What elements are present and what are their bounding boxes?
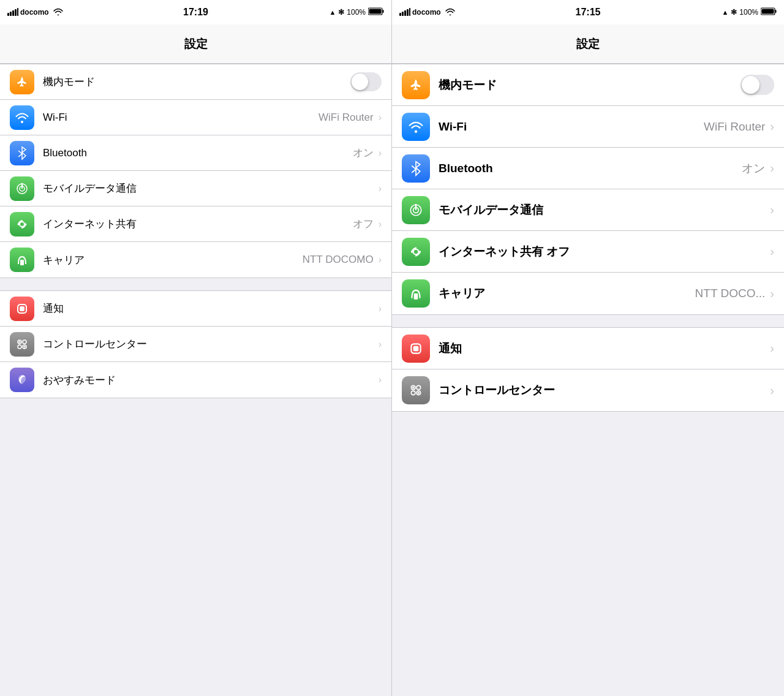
left-wifi-row[interactable]: Wi-Fi WiFi Router ›: [0, 100, 391, 135]
right-control-row[interactable]: コントロールセンター ›: [392, 369, 784, 411]
hotspot-row-icon: [10, 212, 34, 236]
carrier-row-icon: [10, 248, 34, 272]
wifi-status-icon: [53, 8, 63, 17]
left-control-row[interactable]: コントロールセンター ›: [0, 327, 391, 362]
left-system-section: 通知 › コントロールセンター ›: [0, 290, 391, 398]
left-cellular-row[interactable]: モバイルデータ通信 ›: [0, 171, 391, 206]
left-cellular-label: モバイルデータ通信: [43, 181, 379, 195]
svg-rect-2: [12, 10, 14, 16]
svg-point-14: [18, 223, 20, 225]
left-nav-title: 設定: [184, 36, 208, 52]
right-system-section: 通知 › コントロールセンター ›: [392, 327, 784, 412]
left-airplane-row[interactable]: 機内モード: [0, 64, 391, 100]
right-airplane-row[interactable]: 機内モード: [392, 64, 784, 106]
svg-point-38: [413, 249, 419, 254]
left-status-right: ▲ ✻ 100%: [329, 7, 384, 17]
right-wifi-row[interactable]: Wi-Fi WiFi Router ›: [392, 106, 784, 148]
bluetooth-row-icon: [10, 141, 34, 165]
left-cellular-chevron: ›: [379, 183, 382, 194]
svg-point-33: [415, 130, 417, 132]
right-nav-bar: 設定: [392, 25, 784, 64]
svg-point-48: [412, 387, 414, 388]
right-notifications-row-icon: [402, 335, 430, 363]
svg-rect-32: [762, 9, 774, 14]
right-status-right: ▲ ✻ 100%: [722, 7, 777, 17]
svg-rect-43: [413, 346, 419, 351]
left-bluetooth-label: Bluetooth: [43, 147, 353, 159]
left-wifi-value: WiFi Router: [318, 112, 374, 124]
svg-rect-41: [414, 293, 418, 300]
right-notifications-chevron: ›: [770, 341, 774, 355]
right-bluetooth-row[interactable]: Bluetooth オン ›: [392, 148, 784, 189]
right-bluetooth-label: Bluetooth: [439, 162, 742, 175]
svg-point-39: [411, 251, 413, 252]
svg-rect-29: [409, 8, 410, 16]
svg-rect-7: [369, 9, 382, 14]
right-airplane-icon: [402, 71, 430, 99]
location-icon: ▲: [329, 9, 336, 16]
right-cellular-row[interactable]: モバイルデータ通信 ›: [392, 189, 784, 231]
svg-point-45: [417, 385, 421, 390]
right-hotspot-row[interactable]: インターネット共有 オフ ›: [392, 231, 784, 273]
svg-point-46: [411, 391, 415, 395]
right-bluetooth-chevron: ›: [770, 161, 774, 175]
svg-point-49: [418, 392, 420, 394]
right-carrier-chevron: ›: [770, 287, 774, 301]
dnd-row-icon: [10, 368, 34, 392]
svg-rect-4: [17, 8, 18, 16]
left-airplane-label: 機内モード: [43, 75, 350, 89]
right-carrier-row[interactable]: キャリア NTT DOCO... ›: [392, 273, 784, 314]
svg-point-23: [19, 341, 21, 342]
svg-rect-16: [20, 260, 24, 265]
cellular-row-icon: [10, 176, 34, 201]
left-nav-bar: 設定: [0, 25, 391, 64]
svg-rect-6: [383, 10, 384, 13]
right-wifi-row-icon: [402, 113, 430, 141]
svg-rect-31: [775, 10, 777, 13]
left-battery-percent: 100%: [347, 8, 366, 17]
left-wifi-chevron: ›: [379, 112, 382, 123]
right-toggle-knob: [742, 76, 760, 94]
svg-rect-25: [399, 13, 401, 16]
svg-point-20: [23, 340, 26, 344]
left-carrier-chevron: ›: [379, 254, 382, 265]
right-carrier-label: キャリア: [439, 286, 695, 301]
right-battery-percent: 100%: [739, 8, 758, 17]
svg-rect-3: [15, 9, 17, 16]
right-wifi-icon: [445, 8, 455, 17]
left-hotspot-chevron: ›: [379, 219, 382, 230]
toggle-knob: [352, 74, 368, 90]
left-control-chevron: ›: [379, 339, 382, 350]
left-notifications-row[interactable]: 通知 ›: [0, 291, 391, 327]
right-control-chevron: ›: [770, 384, 774, 398]
svg-point-13: [20, 222, 24, 227]
right-airplane-toggle[interactable]: [741, 75, 774, 95]
right-time: 17:15: [576, 7, 601, 18]
svg-rect-1: [10, 12, 12, 16]
left-hotspot-value: オフ: [353, 217, 374, 231]
right-carrier-value: NTT DOCO...: [695, 287, 766, 300]
right-network-section: 機内モード Wi-Fi WiFi Router ›: [392, 64, 784, 315]
svg-rect-0: [7, 13, 9, 16]
right-bluetooth-icon: ✻: [731, 8, 737, 17]
right-wifi-value: WiFi Router: [704, 120, 765, 134]
left-wifi-label: Wi-Fi: [43, 112, 318, 124]
right-notifications-label: 通知: [439, 341, 770, 357]
left-dnd-row[interactable]: おやすみモード ›: [0, 362, 391, 398]
svg-point-40: [419, 251, 421, 252]
notifications-row-icon: [10, 297, 34, 321]
right-hotspot-label: インターネット共有 オフ: [439, 244, 770, 260]
left-hotspot-row[interactable]: インターネット共有 オフ ›: [0, 206, 391, 242]
left-bluetooth-row[interactable]: Bluetooth オン ›: [0, 135, 391, 171]
svg-point-12: [21, 183, 23, 184]
right-carrier-name: docomo: [412, 8, 441, 17]
airplane-icon: [10, 70, 34, 94]
right-cellular-label: モバイルデータ通信: [439, 202, 770, 218]
right-wifi-label: Wi-Fi: [439, 120, 704, 134]
right-notifications-row[interactable]: 通知 ›: [392, 328, 784, 369]
right-control-row-icon: [402, 376, 430, 404]
svg-point-24: [24, 346, 26, 347]
left-airplane-toggle[interactable]: [350, 72, 382, 91]
left-carrier-row[interactable]: キャリア NTT DOCOMO ›: [0, 242, 391, 278]
right-signal-icon: [399, 7, 410, 18]
